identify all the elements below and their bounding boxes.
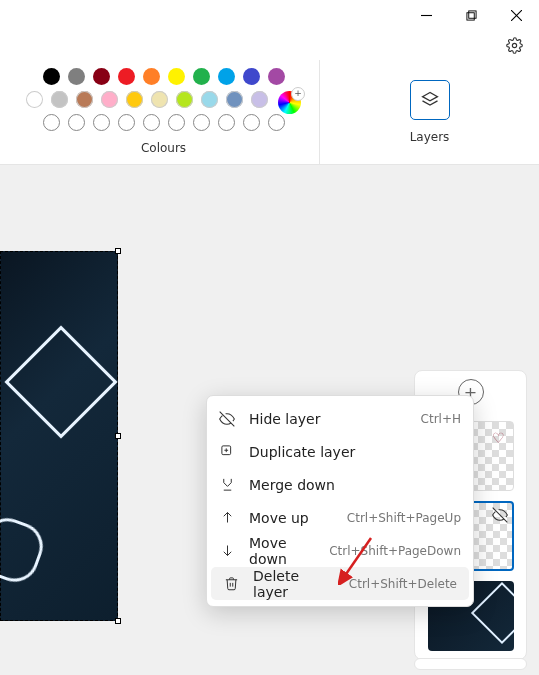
svg-point-5 bbox=[512, 43, 516, 47]
swatches-row-3 bbox=[43, 114, 285, 131]
resize-handle[interactable] bbox=[115, 433, 121, 439]
colour-swatch[interactable] bbox=[101, 91, 118, 108]
colour-swatch[interactable] bbox=[243, 68, 260, 85]
panel-section bbox=[414, 658, 527, 670]
ctx-merge-down[interactable]: Merge down bbox=[207, 468, 473, 501]
layers-button[interactable] bbox=[410, 80, 450, 120]
trash-icon bbox=[223, 576, 239, 592]
swatches-row-1 bbox=[43, 68, 285, 85]
heart-icon: ♡ bbox=[492, 430, 505, 446]
svg-marker-6 bbox=[422, 93, 437, 101]
edit-colours-button[interactable] bbox=[278, 91, 301, 114]
colour-swatch[interactable] bbox=[193, 68, 210, 85]
layers-icon bbox=[420, 90, 440, 110]
resize-handle[interactable] bbox=[115, 618, 121, 624]
colour-swatch[interactable] bbox=[176, 91, 193, 108]
swatches-row-2 bbox=[26, 91, 268, 108]
layer-context-menu: Hide layer Ctrl+H Duplicate layer Merge … bbox=[206, 395, 474, 607]
colour-swatch[interactable] bbox=[251, 91, 268, 108]
colour-swatch[interactable] bbox=[268, 68, 285, 85]
layers-section: Layers bbox=[320, 60, 539, 164]
minimize-button[interactable] bbox=[404, 0, 449, 30]
ctx-move-up[interactable]: Move up Ctrl+Shift+PageUp bbox=[207, 501, 473, 534]
colour-swatch-empty[interactable] bbox=[93, 114, 110, 131]
arrow-up-icon bbox=[219, 510, 235, 526]
colour-swatch[interactable] bbox=[151, 91, 168, 108]
svg-rect-1 bbox=[467, 12, 474, 19]
colour-swatch-empty[interactable] bbox=[243, 114, 260, 131]
colour-swatch-empty[interactable] bbox=[168, 114, 185, 131]
ctx-duplicate-layer[interactable]: Duplicate layer bbox=[207, 435, 473, 468]
merge-icon bbox=[219, 477, 235, 493]
layers-label: Layers bbox=[410, 130, 450, 144]
toolbar: Colours Layers bbox=[0, 60, 539, 165]
eye-off-icon bbox=[219, 411, 235, 427]
colour-swatch[interactable] bbox=[76, 91, 93, 108]
colour-swatch[interactable] bbox=[143, 68, 160, 85]
canvas-image[interactable] bbox=[0, 251, 118, 621]
colour-swatch-empty[interactable] bbox=[143, 114, 160, 131]
eye-off-icon bbox=[492, 507, 508, 523]
colour-swatch-empty[interactable] bbox=[118, 114, 135, 131]
arrow-down-icon bbox=[219, 543, 235, 559]
colour-swatch[interactable] bbox=[68, 68, 85, 85]
colour-swatch[interactable] bbox=[126, 91, 143, 108]
colour-swatch[interactable] bbox=[26, 91, 43, 108]
ctx-delete-layer[interactable]: Delete layer Ctrl+Shift+Delete bbox=[211, 567, 469, 600]
colours-label: Colours bbox=[141, 141, 186, 155]
colours-section: Colours bbox=[0, 60, 320, 164]
colour-swatch-empty[interactable] bbox=[268, 114, 285, 131]
ctx-move-down[interactable]: Move down Ctrl+Shift+PageDown bbox=[207, 534, 473, 567]
resize-handle[interactable] bbox=[115, 248, 121, 254]
maximize-button[interactable] bbox=[449, 0, 494, 30]
colour-swatch-empty[interactable] bbox=[68, 114, 85, 131]
colour-swatch[interactable] bbox=[51, 91, 68, 108]
colour-swatch-empty[interactable] bbox=[218, 114, 235, 131]
colour-swatch[interactable] bbox=[218, 68, 235, 85]
close-button[interactable] bbox=[494, 0, 539, 30]
settings-row bbox=[0, 30, 539, 60]
duplicate-icon bbox=[219, 444, 235, 460]
colour-swatch[interactable] bbox=[43, 68, 60, 85]
colour-swatch[interactable] bbox=[93, 68, 110, 85]
svg-rect-2 bbox=[469, 10, 476, 17]
titlebar bbox=[0, 0, 539, 30]
colour-swatch-empty[interactable] bbox=[43, 114, 60, 131]
colour-swatch[interactable] bbox=[226, 91, 243, 108]
ctx-hide-layer[interactable]: Hide layer Ctrl+H bbox=[207, 402, 473, 435]
colour-swatch[interactable] bbox=[201, 91, 218, 108]
gear-icon bbox=[506, 37, 523, 54]
colour-swatch[interactable] bbox=[168, 68, 185, 85]
settings-button[interactable] bbox=[506, 37, 523, 54]
colour-swatch[interactable] bbox=[118, 68, 135, 85]
colour-swatch-empty[interactable] bbox=[193, 114, 210, 131]
